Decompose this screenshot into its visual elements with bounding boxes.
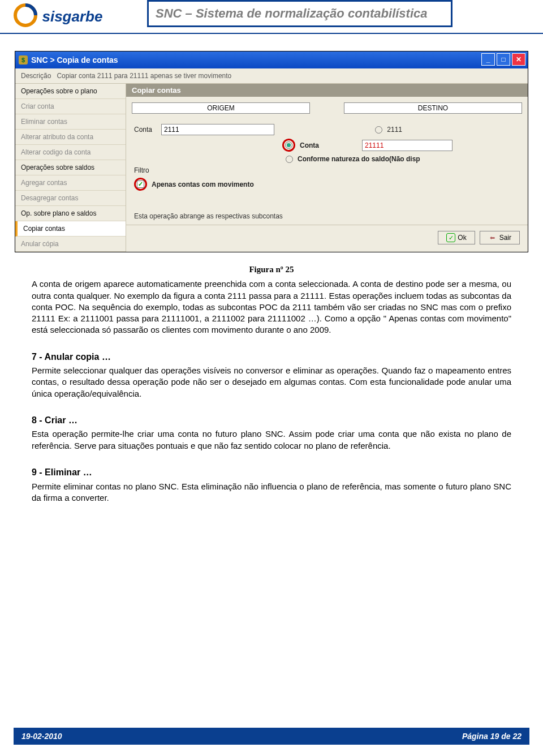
sidebar-header-plano: Operações sobre o plano (15, 84, 126, 99)
radio-2111-label: 2111 (387, 126, 402, 134)
main-panel: Copiar contas ORIGEM DESTINO Conta 2111 (126, 84, 528, 252)
footer-page: Página 19 de 22 (462, 732, 522, 741)
footer: 19-02-2010 Página 19 de 22 (14, 728, 529, 745)
app-window: $ SNC > Copia de contas _ □ ✕ Descrição … (15, 51, 528, 252)
checkbox-movimento-label: Apenas contas com movimento (152, 181, 254, 188)
logo-swirl-icon (14, 3, 37, 29)
exit-icon: ⬅ (488, 233, 497, 242)
panel-note: Esta operação abrange as respectivas sub… (126, 199, 528, 225)
close-button[interactable]: ✕ (512, 53, 525, 66)
sidebar-item-desagregar[interactable]: Desagregar contas (15, 191, 126, 206)
sidebar-item-alterar-atributo[interactable]: Alterar atributo da conta (15, 130, 126, 145)
sidebar-item-anular-copia[interactable]: Anular cópia (15, 237, 126, 252)
description-row: Descrição Copiar conta 2111 para 21111 a… (15, 68, 528, 84)
window-title: SNC > Copia de contas (31, 55, 118, 65)
ok-button[interactable]: ✓ Ok (438, 231, 475, 244)
page-header: sisgarbe SNC – Sistema de normalização c… (0, 0, 543, 34)
dollar-icon: $ (19, 55, 28, 65)
heading-8: 8 - Criar … (32, 414, 511, 427)
heading-7: 7 - Anular copia … (32, 351, 511, 363)
panel-title: Copiar contas (126, 84, 528, 97)
conta-origem-label: Conta (134, 126, 157, 134)
column-header-origem: ORIGEM (132, 102, 310, 114)
radio-conta[interactable] (285, 141, 292, 149)
paragraph-9: Permite eliminar contas no plano SNC. Es… (32, 481, 511, 504)
radio-conta-label: Conta (300, 141, 319, 149)
radio-2111[interactable] (375, 126, 382, 134)
paragraph-1: A conta de origem aparece automaticament… (32, 278, 511, 336)
maximize-button[interactable]: □ (497, 53, 510, 66)
column-header-destino: DESTINO (344, 102, 522, 114)
logo-text: sisgarbe (42, 8, 102, 25)
sidebar-header-plano-saldos: Op. sobre plano e saldos (15, 206, 126, 221)
sidebar-item-eliminar-contas[interactable]: Eliminar contas (15, 114, 126, 130)
sidebar-header-saldos: Operações sobre saldos (15, 160, 126, 175)
ok-button-label: Ok (458, 234, 466, 242)
footer-date: 19-02-2010 (21, 732, 62, 741)
check-icon: ✓ (446, 233, 455, 242)
banner-title: SNC – Sistema de normalização contabilís… (147, 0, 453, 27)
sidebar-item-agregar[interactable]: Agregar contas (15, 175, 126, 191)
annotation-circle-checkbox (134, 178, 147, 191)
conta-destino-input[interactable] (362, 140, 453, 151)
sidebar-item-copiar-contas[interactable]: Copiar contas (15, 221, 126, 237)
annotation-circle-radio (282, 139, 295, 152)
description-label: Descrição (21, 72, 51, 80)
filtro-label: Filtro (134, 166, 149, 174)
sair-button[interactable]: ⬅ Sair (480, 231, 520, 244)
logo: sisgarbe (14, 3, 102, 29)
paragraph-8: Esta operação permite-lhe criar uma cont… (32, 428, 511, 452)
radio-natureza-label: Conforme natureza do saldo(Não disp (298, 155, 420, 163)
description-value: Copiar conta 2111 para 21111 apenas se t… (57, 72, 231, 80)
sair-button-label: Sair (499, 234, 511, 242)
titlebar: $ SNC > Copia de contas _ □ ✕ (15, 51, 528, 68)
sidebar-item-criar-conta[interactable]: Criar conta (15, 99, 126, 114)
heading-9: 9 - Eliminar … (32, 466, 511, 479)
checkbox-movimento[interactable] (137, 181, 144, 188)
document-body: Figura nº 25 A conta de origem aparece a… (32, 264, 511, 504)
sidebar: Operações sobre o plano Criar conta Elim… (15, 84, 126, 252)
paragraph-7: Permite seleccionar qualquer das operaçõ… (32, 365, 511, 400)
conta-origem-input[interactable] (161, 124, 274, 135)
minimize-button[interactable]: _ (481, 53, 495, 66)
figure-caption: Figura nº 25 (32, 264, 511, 275)
radio-natureza[interactable] (286, 156, 293, 163)
sidebar-item-alterar-codigo[interactable]: Alterar codigo da conta (15, 145, 126, 160)
